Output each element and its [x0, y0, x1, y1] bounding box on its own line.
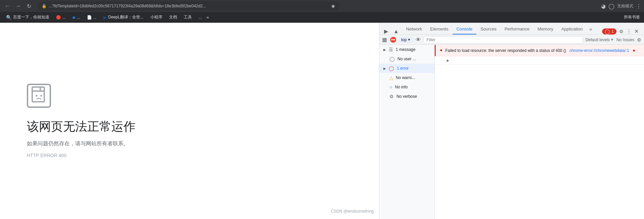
bookmarks-bar: 🔍 百度一下，你就知道 🔴... ■... 📄... ▶ DeepL翻译：全世.…: [0, 12, 644, 23]
bookmark-baidu[interactable]: 🔍 百度一下，你就知道: [4, 14, 51, 21]
top-label: top: [401, 38, 407, 42]
title-bar: ← → ↻ 🔒 ...?fdTemplateId=18dbfed2c00c587…: [0, 0, 644, 12]
bookmark-tools[interactable]: 工具: [182, 14, 194, 21]
all-bookmarks-button[interactable]: 所有书签: [624, 14, 640, 20]
error-code: HTTP ERROR 400: [27, 153, 66, 158]
sidebar-item-user[interactable]: ◯ No user ...: [379, 54, 434, 64]
error-source-link[interactable]: chrome-error://chromewebdata/:1: [570, 48, 629, 53]
console-sidebar: ▶ ☰ 1 message ◯ No user ... ▶ ◯ 1 err: [379, 45, 435, 219]
tab-console[interactable]: Console: [452, 24, 477, 34]
extension-icon[interactable]: ◕: [601, 3, 606, 9]
verbose-icon: ⚙: [389, 94, 394, 99]
browser-window: ← → ↻ 🔒 ...?fdTemplateId=18dbfed2c00c587…: [0, 0, 644, 219]
error-count-badge: ◯ 1: [602, 28, 616, 34]
tab-network[interactable]: Network: [402, 24, 426, 34]
inspect-icon[interactable]: ▶: [382, 28, 390, 34]
bookmark-2[interactable]: ■...: [70, 14, 82, 21]
sidebar-item-verbose[interactable]: ⚙ No verbose: [379, 92, 434, 101]
devtools-panel: ▶ ▲ Network Elements Console Sources Per…: [379, 23, 644, 219]
page-content: 该网页无法正常运作 如果问题仍然存在，请与网站所有者联系。 HTTP ERROR…: [0, 23, 379, 219]
tab-elements[interactable]: Elements: [426, 24, 452, 34]
list-icon: ☰: [389, 47, 393, 52]
incognito-area: ◕ ◯ 无痕模式 ⋮: [601, 3, 641, 9]
devtools-tabs: ▶ ▲ Network Elements Console Sources Per…: [379, 23, 644, 35]
messages-label: 1 message: [396, 47, 430, 52]
error-icon: ◯: [389, 66, 394, 71]
device-icon[interactable]: ▲: [391, 28, 401, 34]
error-count-icon: ●: [633, 48, 635, 53]
bookmark-3[interactable]: 📄...: [85, 14, 99, 20]
devtools-more-icon[interactable]: ⋮: [626, 28, 632, 34]
menu-icon[interactable]: ⋮: [636, 3, 641, 9]
url-text: ...?fdTemplateId=18dbfed2c00c5871717923f…: [49, 4, 329, 8]
devtools-settings-icon[interactable]: ⚙: [619, 29, 624, 34]
bookmark-miniprogram[interactable]: 小程序: [148, 14, 164, 21]
tab-performance[interactable]: Performance: [500, 24, 533, 34]
incognito-label: 无痕模式: [617, 3, 633, 9]
lock-icon: 🔒: [42, 4, 47, 8]
context-selector[interactable]: top ▼: [399, 37, 413, 43]
chevron-down-icon: ▼: [408, 38, 411, 42]
chevron-right-icon: ▸: [447, 58, 449, 63]
tab-memory[interactable]: Memory: [534, 24, 557, 34]
tab-application[interactable]: Application: [557, 24, 587, 34]
sidebar-item-errors[interactable]: ▶ ◯ 1 error: [379, 64, 434, 73]
error-circle-icon: ●: [440, 47, 442, 53]
user-label: No user ...: [397, 57, 430, 61]
info-icon: ○: [389, 84, 392, 90]
eye-icon[interactable]: 👁: [416, 37, 421, 43]
bookmark-4[interactable]: ...: [197, 14, 204, 20]
reload-button[interactable]: ↻: [24, 1, 34, 11]
address-bar[interactable]: 🔒 ...?fdTemplateId=18dbfed2c00c587171792…: [38, 1, 339, 11]
sidebar-item-warnings[interactable]: △ No warni...: [379, 73, 434, 82]
console-settings-icon[interactable]: ⚙: [637, 37, 641, 43]
watermark: CSDN @lendsomething: [331, 209, 374, 214]
tab-more-button[interactable]: »: [587, 24, 595, 34]
back-button[interactable]: ←: [3, 1, 12, 11]
error-subtitle: 如果问题仍然存在，请与网站所有者联系。: [27, 140, 129, 147]
console-messages-area: ● Failed to load resource: the server re…: [435, 45, 644, 219]
expand-icon: ▶: [383, 67, 386, 70]
console-expand-row[interactable]: ▸: [435, 56, 644, 65]
baidu-label: 百度一下，你就知道: [13, 14, 49, 20]
error-title: 该网页无法正常运作: [27, 119, 136, 135]
prohibit-icon[interactable]: ⛔: [390, 36, 396, 43]
console-error-row: ● Failed to load resource: the server re…: [435, 45, 644, 56]
main-area: 该网页无法正常运作 如果问题仍然存在，请与网站所有者联系。 HTTP ERROR…: [0, 23, 644, 219]
devtools-body: ▶ ☰ 1 message ◯ No user ... ▶ ◯ 1 err: [379, 45, 644, 219]
error-page-icon: [27, 84, 51, 108]
svg-point-5: [41, 95, 42, 97]
info-label: No info: [395, 85, 430, 89]
bookmark-star-icon[interactable]: ★: [331, 3, 335, 9]
user-icon: ◯: [389, 56, 395, 62]
forward-button[interactable]: →: [13, 1, 23, 11]
deepl-icon: ▶: [103, 15, 107, 20]
filter-input[interactable]: [424, 36, 583, 44]
sidebar-item-messages[interactable]: ▶ ☰ 1 message: [379, 45, 434, 54]
console-messages-list: ● Failed to load resource: the server re…: [435, 45, 644, 219]
bookmark-1[interactable]: 🔴...: [54, 14, 68, 20]
profile-icon[interactable]: ◯: [608, 3, 614, 9]
deepl-label: DeepL翻译：全世...: [108, 14, 144, 20]
clear-console-icon[interactable]: ▦: [382, 36, 387, 43]
svg-point-4: [36, 95, 38, 97]
no-issues-label: No Issues: [616, 38, 634, 42]
expand-icon: ▶: [383, 48, 386, 52]
chevron-down-icon: ▼: [610, 38, 614, 42]
devtools-close-button[interactable]: ✕: [634, 28, 639, 34]
errors-label: 1 error: [397, 66, 430, 71]
bookmark-docs[interactable]: 文档: [167, 14, 179, 21]
bookmarks-more-button[interactable]: »: [207, 15, 209, 20]
default-levels-dropdown[interactable]: Default levels ▼: [586, 38, 614, 42]
tab-sources[interactable]: Sources: [476, 24, 500, 34]
baidu-favicon: 🔍: [6, 15, 12, 20]
sidebar-item-info[interactable]: ○ No info: [379, 82, 434, 92]
warnings-label: No warni...: [396, 75, 430, 80]
console-toolbar: ▦ ⛔ top ▼ 👁 Default levels ▼ No Issues ⚙: [379, 35, 644, 45]
error-message-text: Failed to load resource: the server resp…: [445, 47, 640, 54]
warning-icon: △: [389, 75, 393, 80]
verbose-label: No verbose: [396, 94, 430, 99]
bookmark-deepl[interactable]: ▶ DeepL翻译：全世...: [101, 14, 146, 21]
